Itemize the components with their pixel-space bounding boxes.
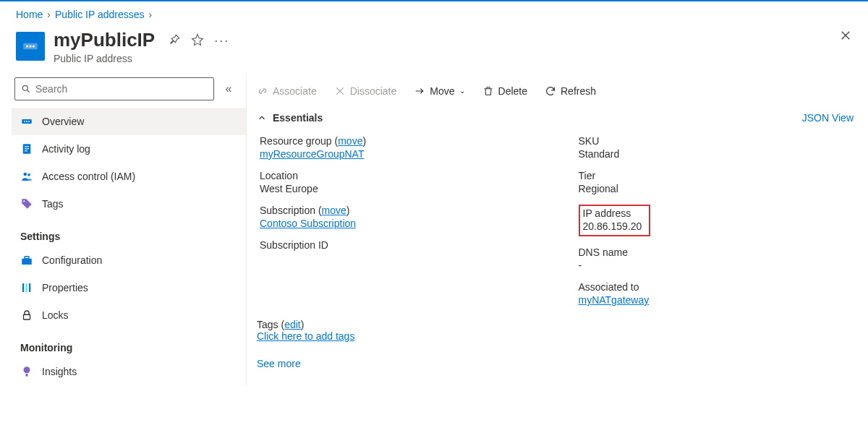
chevron-up-icon (257, 113, 267, 123)
sidebar-item-iam[interactable]: Access control (IAM) (12, 163, 246, 190)
associated-to-link[interactable]: myNATgateway (579, 294, 650, 306)
more-icon[interactable]: ··· (214, 33, 227, 46)
associate-label: Associate (273, 85, 317, 97)
svg-rect-21 (24, 314, 30, 320)
sidebar-item-label: Properties (42, 282, 88, 293)
add-tags-link[interactable]: Click here to add tags (257, 330, 354, 342)
subscription-move-link[interactable]: move (322, 205, 346, 216)
sidebar-item-label: Activity log (42, 143, 90, 155)
tier-label: Tier (579, 170, 854, 181)
chevron-right-icon: › (149, 9, 153, 20)
sidebar-item-locks[interactable]: Locks (12, 301, 246, 329)
insights-icon (20, 365, 33, 378)
svg-point-22 (24, 366, 30, 373)
tier-value: Regional (579, 183, 854, 194)
sidebar-item-label: Locks (42, 309, 69, 321)
breadcrumb-parent[interactable]: Public IP addresses (55, 9, 144, 20)
people-icon (20, 170, 33, 183)
command-bar: Associate Dissociate Move ⌄ Delete Refre… (257, 74, 854, 108)
subscription-link[interactable]: Contoso Subscription (260, 218, 356, 229)
refresh-label: Refresh (561, 85, 596, 97)
lock-icon (20, 309, 33, 322)
tags-row: Tags (edit) Click here to add tags (257, 319, 854, 342)
sidebar-item-tags[interactable]: Tags (12, 190, 246, 218)
sidebar-item-properties[interactable]: Properties (12, 274, 246, 301)
search-input[interactable] (35, 83, 208, 95)
pin-icon[interactable] (168, 33, 181, 46)
sidebar-item-label: Overview (42, 116, 84, 127)
subscription-id-label: Subscription ID (260, 239, 535, 251)
json-view-link[interactable]: JSON View (802, 112, 854, 124)
svg-point-15 (23, 200, 25, 202)
svg-rect-23 (26, 374, 28, 377)
dns-name-label: DNS name (579, 246, 854, 258)
associated-to-label: Associated to (579, 281, 854, 293)
essentials-title: Essentials (273, 112, 323, 124)
sidebar-item-label: Access control (IAM) (42, 171, 135, 182)
resource-header: myPublicIP Public IP address ··· (0, 25, 868, 74)
content-pane: Associate Dissociate Move ⌄ Delete Refre… (246, 74, 868, 385)
svg-rect-16 (22, 259, 32, 265)
public-ip-icon (16, 32, 45, 61)
svg-rect-12 (25, 150, 27, 151)
ip-address-highlight: IP address 20.86.159.20 (579, 205, 651, 236)
sidebar: « Overview Activity log Access control (… (0, 74, 246, 385)
move-button[interactable]: Move ⌄ (414, 85, 464, 97)
dissociate-button[interactable]: Dissociate (334, 85, 397, 97)
svg-point-3 (33, 45, 35, 47)
refresh-button[interactable]: Refresh (545, 85, 596, 97)
resource-group-move-link[interactable]: move (338, 135, 362, 147)
sidebar-item-label: Insights (42, 366, 77, 377)
dissociate-label: Dissociate (350, 85, 397, 97)
essentials-grid: Resource group (move) myResourceGroupNAT… (257, 132, 854, 306)
sku-value: Standard (579, 148, 854, 160)
location-label: Location (260, 170, 535, 181)
star-icon[interactable] (191, 33, 204, 46)
sidebar-item-configuration[interactable]: Configuration (12, 246, 246, 274)
properties-icon (20, 281, 33, 294)
search-icon (21, 84, 31, 94)
svg-point-1 (26, 45, 28, 47)
essentials-toggle[interactable]: Essentials (257, 112, 323, 124)
breadcrumb: Home › Public IP addresses › (0, 1, 868, 25)
svg-point-6 (24, 121, 25, 122)
sku-label: SKU (579, 135, 854, 147)
sidebar-section-settings: Settings (12, 218, 246, 246)
ip-address-label: IP address (583, 207, 642, 219)
svg-point-2 (29, 45, 31, 47)
delete-button[interactable]: Delete (482, 85, 527, 97)
toolbox-icon (20, 254, 33, 267)
close-button[interactable] (839, 29, 852, 44)
search-input-wrapper[interactable] (14, 77, 214, 100)
svg-rect-20 (29, 283, 30, 292)
activity-log-icon (20, 142, 33, 155)
page-title: myPublicIP (54, 29, 155, 51)
svg-point-8 (28, 121, 30, 122)
tags-label: Tags (257, 319, 278, 330)
sidebar-item-label: Configuration (42, 254, 102, 266)
dns-name-value: - (579, 260, 854, 271)
delete-label: Delete (498, 85, 527, 97)
overview-icon (20, 115, 33, 128)
resource-group-label: Resource group (move) (260, 135, 535, 147)
svg-point-7 (26, 121, 27, 122)
breadcrumb-home[interactable]: Home (16, 9, 43, 20)
resource-type-label: Public IP address (54, 53, 155, 64)
svg-rect-11 (25, 148, 29, 149)
svg-point-13 (24, 173, 27, 176)
sidebar-item-overview[interactable]: Overview (12, 108, 246, 135)
collapse-sidebar-button[interactable]: « (220, 82, 237, 95)
associate-button[interactable]: Associate (257, 85, 317, 97)
svg-rect-10 (25, 146, 29, 147)
chevron-down-icon: ⌄ (459, 87, 465, 95)
tags-edit-link[interactable]: edit (284, 319, 301, 330)
svg-rect-18 (22, 283, 24, 292)
location-value: West Europe (260, 183, 535, 194)
sidebar-section-monitoring: Monitoring (12, 329, 246, 358)
sidebar-item-insights[interactable]: Insights (12, 358, 246, 385)
sidebar-item-activity-log[interactable]: Activity log (12, 135, 246, 163)
ip-address-value: 20.86.159.20 (583, 220, 642, 232)
see-more-link[interactable]: See more (257, 358, 854, 369)
subscription-label: Subscription (move) (260, 205, 535, 216)
resource-group-link[interactable]: myResourceGroupNAT (260, 148, 364, 160)
